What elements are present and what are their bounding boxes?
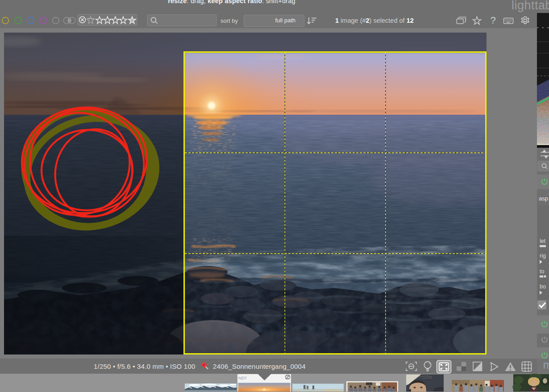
- svg-text:asp: asp: [539, 195, 548, 202]
- svg-text:bo: bo: [540, 284, 546, 290]
- svg-text:let: let: [540, 238, 546, 244]
- svg-text:to: to: [540, 268, 544, 275]
- svg-text:m: m: [543, 359, 549, 371]
- svg-text:?: ?: [491, 15, 496, 26]
- svg-text:rig: rig: [540, 253, 546, 259]
